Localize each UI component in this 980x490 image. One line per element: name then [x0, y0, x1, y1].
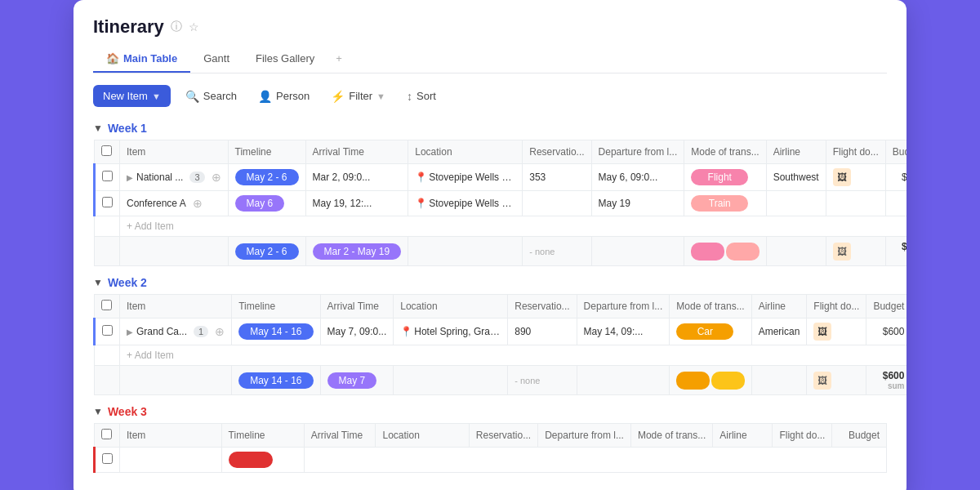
week1-summary-budget: $400 sum — [885, 237, 906, 266]
week3-row1-item — [120, 448, 222, 473]
col-airline-header: Airline — [766, 140, 826, 164]
col-arrival-header: Arrival Time — [305, 140, 408, 164]
week3-section: ▼ Week 3 Item Timeline Arrival Time Loca… — [93, 405, 887, 473]
title-row: Itinerary ⓘ ☆ — [93, 16, 887, 38]
row2-location: 📍Stovepipe Wells Vill... — [408, 191, 523, 216]
row1-count: 3 — [189, 172, 204, 183]
tab-add[interactable]: + — [327, 46, 350, 73]
week2-add-item-label[interactable]: + Add Item — [120, 345, 907, 366]
row2-arrival: May 19, 12:... — [305, 191, 408, 216]
week1-summary-reservation: - none — [523, 237, 591, 266]
week3-row1-timeline — [221, 448, 304, 473]
row1-mode: Flight — [684, 164, 766, 191]
row2-budget — [885, 191, 906, 216]
week2-row-1: ▶ Grand Ca... 1 ⊕ May 14 - 16 May 7, 09:… — [95, 318, 907, 345]
filter-button[interactable]: ⚡ Filter ▼ — [324, 86, 392, 107]
row2-reservation — [523, 191, 591, 216]
row1-add-icon[interactable]: ⊕ — [212, 171, 221, 184]
row2-checkbox[interactable] — [95, 191, 120, 216]
sort-button[interactable]: ↕ Sort — [400, 86, 443, 107]
col-item-header: Item — [120, 140, 229, 164]
col-res-header: Reservatio... — [523, 140, 591, 164]
week2-table: Item Timeline Arrival Time Location Rese… — [93, 294, 906, 395]
new-item-button[interactable]: New Item ▼ — [93, 85, 171, 107]
week1-row-1: ▶ National ... 3 ⊕ May 2 - 6 Mar 2, 09:0… — [95, 164, 907, 191]
week2-row1-location: 📍Hotel Spring, Grand ... — [394, 318, 508, 345]
tabs: 🏠 Main Table Gantt Files Gallery + — [93, 46, 887, 74]
week2-row1-loc-dot: 📍 — [400, 326, 412, 337]
row1-budget: $400 — [885, 164, 906, 191]
week1-section: ▼ Week 1 Item Timeline Arrival Time Loca… — [93, 122, 887, 266]
week1-summary-timeline: May 2 - 6 — [228, 237, 305, 266]
row1-expand-arrow[interactable]: ▶ — [127, 173, 133, 182]
week1-add-item-row[interactable]: + Add Item — [95, 216, 907, 237]
row1-airline: Southwest — [766, 164, 826, 191]
week2-row1-count: 1 — [194, 326, 208, 337]
col-depart-header: Departure from l... — [591, 140, 684, 164]
col-budget-header: Budget — [885, 140, 906, 164]
row2-departure: May 19 — [591, 191, 684, 216]
week1-add-item-label[interactable]: + Add Item — [120, 216, 907, 237]
col-checkbox — [95, 140, 120, 164]
week2-summary-flight-doc: 🖼 — [807, 366, 866, 395]
week2-row1-expand[interactable]: ▶ — [127, 327, 133, 336]
week1-summary-arrival: Mar 2 - May 19 — [305, 237, 408, 266]
week1-row-2: Conference A ⊕ May 6 May 19, 12:... 📍Sto… — [95, 191, 907, 216]
week2-row1-mode: Car — [670, 318, 751, 345]
home-icon: 🏠 — [106, 52, 119, 65]
filter-icon: ⚡ — [331, 90, 345, 103]
app-title: Itinerary — [93, 16, 164, 38]
week3-row1-checkbox[interactable] — [95, 448, 120, 473]
week2-add-item-row[interactable]: + Add Item — [95, 345, 907, 366]
filter-dropdown-arrow: ▼ — [376, 91, 385, 101]
week2-row1-add-icon[interactable]: ⊕ — [215, 325, 225, 338]
row2-item: Conference A ⊕ — [120, 191, 229, 216]
week2-row1-timeline: May 14 - 16 — [232, 318, 320, 345]
week2-row1-thumbnail[interactable]: 🖼 — [813, 323, 831, 341]
sort-icon: ↕ — [407, 90, 412, 103]
person-button[interactable]: 👤 Person — [252, 86, 316, 107]
select-all-checkbox[interactable] — [101, 145, 112, 156]
search-icon: 🔍 — [185, 90, 199, 103]
week3-select-all[interactable] — [101, 429, 112, 439]
week1-header[interactable]: ▼ Week 1 — [93, 122, 887, 135]
week3-chevron: ▼ — [93, 406, 103, 417]
row1-reservation: 353 — [523, 164, 591, 191]
row2-flight-doc — [826, 191, 885, 216]
row1-location: 📍Stovepipe Wells Vill... — [408, 164, 523, 191]
week2-select-all[interactable] — [101, 300, 112, 310]
week2-row1-flight-doc: 🖼 — [807, 318, 866, 345]
week2-row1-checkbox[interactable] — [95, 318, 120, 345]
star-icon[interactable]: ☆ — [189, 20, 199, 33]
info-icon[interactable]: ⓘ — [171, 20, 182, 34]
row2-timeline: May 6 — [228, 191, 305, 216]
new-item-dropdown-arrow: ▼ — [152, 91, 161, 101]
week2-row1-airline: American — [751, 318, 807, 345]
row1-location-dot: 📍 — [415, 172, 427, 183]
row1-flight-thumbnail[interactable]: 🖼 — [833, 168, 851, 186]
col-mode-header: Mode of trans... — [684, 140, 766, 164]
tab-main-table[interactable]: 🏠 Main Table — [93, 46, 190, 73]
week1-chevron: ▼ — [93, 122, 103, 134]
week2-row1-arrival: May 7, 09:0... — [320, 318, 394, 345]
week3-header[interactable]: ▼ Week 3 — [93, 405, 887, 418]
week1-summary-mode — [684, 237, 766, 266]
week2-row1-departure: May 14, 09:... — [577, 318, 670, 345]
week2-header[interactable]: ▼ Week 2 — [93, 276, 887, 289]
row1-timeline: May 2 - 6 — [228, 164, 305, 191]
toolbar: New Item ▼ 🔍 Search 👤 Person ⚡ Filter ▼ … — [93, 85, 887, 107]
row2-mode: Train — [684, 191, 766, 216]
week1-table: Item Timeline Arrival Time Location Rese… — [93, 140, 906, 266]
tab-files-gallery[interactable]: Files Gallery — [243, 46, 327, 73]
row1-checkbox[interactable] — [95, 164, 120, 191]
row1-item: ▶ National ... 3 ⊕ — [120, 164, 229, 191]
search-button[interactable]: 🔍 Search — [179, 86, 243, 107]
row1-departure: May 6, 09:0... — [591, 164, 684, 191]
row2-add-icon[interactable]: ⊕ — [193, 197, 203, 210]
row2-location-dot: 📍 — [415, 198, 427, 209]
col-timeline-header: Timeline — [228, 140, 305, 164]
week2-summary-reservation: - none — [508, 366, 577, 395]
tab-gantt[interactable]: Gantt — [190, 46, 243, 73]
week2-summary-arrival: May 7 — [320, 366, 394, 395]
week2-summary-mode — [670, 366, 751, 395]
